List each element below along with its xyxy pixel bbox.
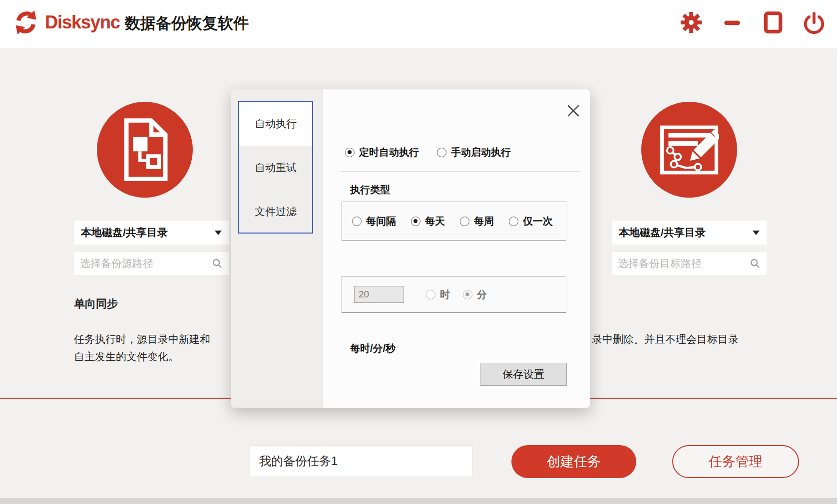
create-task-button[interactable]: 创建任务 [511, 445, 636, 478]
dialog-sidebar-divider [323, 89, 323, 408]
sync-logo-icon [12, 8, 40, 37]
chevron-down-icon [215, 231, 222, 235]
radio-dot [437, 148, 446, 157]
manage-task-button[interactable]: 任务管理 [672, 445, 799, 478]
source-path-input[interactable]: 选择备份源路径 [74, 252, 229, 275]
radio-dot [345, 148, 355, 157]
radio-label: 时 [440, 288, 450, 301]
radio-dot [460, 217, 469, 226]
time-group: 20 时 分 [342, 276, 566, 313]
task-name-value: 我的备份任务1 [259, 453, 338, 469]
minimize-icon[interactable] [719, 9, 745, 35]
radio-label: 分 [477, 288, 487, 301]
source-type-dropdown[interactable]: 本地磁盘/共享目录 [74, 221, 229, 245]
task-name-input[interactable]: 我的备份任务1 [250, 445, 473, 477]
radio-dot [426, 290, 435, 299]
search-icon[interactable] [750, 258, 761, 269]
radio-label: 手动启动执行 [451, 146, 511, 159]
radio-once[interactable]: 仅一次 [509, 215, 553, 228]
file-tree-icon [117, 117, 172, 182]
source-type-value: 本地磁盘/共享目录 [81, 226, 168, 240]
dialog-separator [341, 171, 580, 172]
window-controls [678, 7, 827, 38]
execute-mode-radio-group: 定时自动执行 手动启动执行 [345, 146, 511, 159]
radio-label: 每周 [474, 215, 494, 228]
radio-dot [509, 217, 518, 226]
app-title: 数据备份恢复软件 [125, 13, 249, 34]
source-circle-icon [97, 102, 193, 198]
bottom-edge [0, 498, 837, 504]
tab-auto-retry[interactable]: 自动重试 [239, 146, 312, 190]
radio-unit-minute[interactable]: 分 [463, 288, 487, 301]
radio-interval[interactable]: 每间隔 [352, 215, 396, 228]
radio-manual-start[interactable]: 手动启动执行 [437, 146, 511, 159]
target-type-dropdown[interactable]: 本地磁盘/共享目录 [612, 221, 767, 245]
tab-file-filter[interactable]: 文件过滤 [239, 190, 312, 234]
radio-weekly[interactable]: 每周 [460, 215, 494, 228]
radio-dot [411, 217, 420, 226]
sync-description-left: 任务执行时，源目录中新建和 自主发生的文件变化。 [74, 330, 239, 365]
maximize-icon[interactable] [760, 9, 786, 35]
tab-auto-execute[interactable]: 自动执行 [239, 102, 312, 146]
target-path-placeholder: 选择备份目标路径 [618, 256, 702, 270]
target-type-value: 本地磁盘/共享目录 [619, 226, 706, 240]
radio-scheduled-auto[interactable]: 定时自动执行 [345, 146, 419, 159]
brand-name: Disksync [45, 12, 120, 33]
radio-unit-hour[interactable]: 时 [426, 288, 450, 301]
search-icon[interactable] [212, 258, 223, 269]
report-edit-icon [659, 124, 719, 176]
power-close-icon[interactable] [801, 9, 827, 35]
source-path-placeholder: 选择备份源路径 [80, 256, 153, 270]
radio-label: 每天 [425, 215, 445, 228]
auto-execute-dialog: 自动执行 自动重试 文件过滤 定时自动执行 手动启动执行 执行类型 每间隔 每天 [231, 89, 590, 408]
target-circle-icon [641, 102, 737, 198]
target-path-input[interactable]: 选择备份目标路径 [612, 252, 767, 275]
desc-line-1: 任务执行时，源目录中新建和 [74, 330, 239, 348]
time-value-input[interactable]: 20 [354, 286, 404, 303]
close-icon[interactable] [565, 102, 582, 119]
radio-label: 每间隔 [366, 215, 396, 228]
sync-description-right: 录中删除。并且不理会目标目录 [592, 330, 827, 348]
radio-dot [352, 217, 362, 226]
chevron-down-icon [753, 231, 760, 235]
radio-dot [463, 290, 472, 299]
exec-type-group: 每间隔 每天 每周 仅一次 [342, 202, 566, 241]
settings-gear-icon[interactable] [678, 9, 704, 35]
sync-mode-title: 单向同步 [74, 296, 118, 311]
radio-daily[interactable]: 每天 [411, 215, 445, 228]
time-section-label: 每时/分/秒 [350, 342, 396, 355]
radio-label: 仅一次 [523, 215, 553, 228]
exec-type-label: 执行类型 [350, 183, 390, 197]
save-settings-button[interactable]: 保存设置 [480, 363, 567, 386]
radio-label: 定时自动执行 [359, 146, 419, 159]
desc-line-2: 自主发生的文件变化。 [74, 348, 239, 365]
dialog-tab-list: 自动执行 自动重试 文件过滤 [238, 101, 313, 234]
header: Disksync 数据备份恢复软件 [0, 0, 837, 48]
